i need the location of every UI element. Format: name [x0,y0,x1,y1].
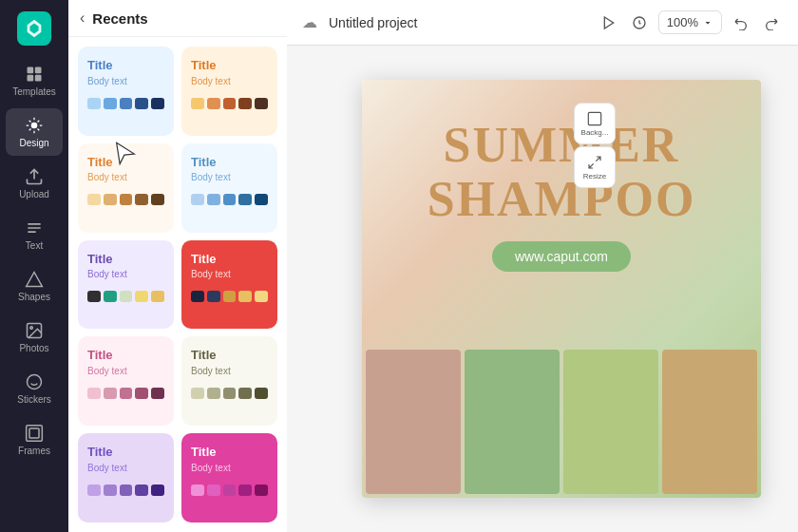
swatch [120,388,133,399]
swatch [151,388,164,399]
swatch [120,98,133,109]
download-button[interactable] [628,11,651,34]
sidebar-item-shapes[interactable]: Shapes [6,262,63,310]
swatch [191,484,204,496]
template-card-7[interactable]: Title Body text [78,336,174,426]
card-3-title: Title [87,155,113,170]
topbar: ☁ Untitled project 100% [287,0,798,46]
card-1-title: Title [87,58,113,73]
grid-cell-3 [563,350,658,494]
swatch [87,291,101,302]
template-card-8[interactable]: Title Body text [181,336,277,426]
swatch [135,194,148,205]
sidebar-item-text-label: Text [26,240,43,251]
sidebar-item-design-label: Design [19,138,48,148]
swatch [120,484,133,496]
zoom-control[interactable]: 100% [658,10,722,34]
swatch [238,98,252,109]
sidebar-item-photos-label: Photos [19,343,48,353]
template-card-10[interactable]: Title Body text [181,433,277,522]
canvas-title-line2: SHAMPOO [428,172,696,226]
sidebar-item-stickers-label: Stickers [17,394,51,405]
svg-rect-2 [28,75,34,82]
redo-button[interactable] [760,11,783,34]
sidebar-item-templates[interactable]: Templates [6,57,63,104]
grid-cell-1 [366,350,461,494]
background-tool-label: Backg... [581,128,609,137]
swatch [223,291,237,302]
template-card-5[interactable]: Title Body text [78,240,174,330]
swatch [135,484,148,496]
main-area: ☁ Untitled project 100% [287,0,798,532]
template-card-1[interactable]: Title Body text [78,47,174,136]
sidebar-item-frames[interactable]: Frames [6,416,63,464]
card-7-body: Body text [87,365,127,377]
swatch [255,194,268,205]
swatch [104,291,117,302]
canvas-content: SUMMER SHAMPOO www.caput.com [428,80,696,272]
swatch [238,291,252,302]
resize-tool[interactable]: Resize [574,146,616,188]
sidebar-item-photos[interactable]: Photos [6,314,63,361]
template-grid: Title Body text Title Body text [68,37,287,532]
svg-rect-15 [588,112,600,124]
template-card-4[interactable]: Title Body text [181,143,277,233]
swatch [223,484,237,496]
card-6-body: Body text [191,268,231,280]
swatch [135,98,148,109]
card-5-title: Title [87,252,113,267]
card-8-title: Title [191,348,217,363]
back-button[interactable]: ‹ [80,10,85,27]
swatch [191,194,204,205]
card-9-body: Body text [87,462,127,474]
template-card-2[interactable]: Title Body text [181,47,277,136]
swatch [207,484,220,496]
svg-rect-12 [29,428,39,438]
template-card-9[interactable]: Title Body text [78,433,174,522]
swatch [87,98,101,109]
background-tool[interactable]: Backg... [574,103,616,144]
swatch [104,484,117,496]
template-card-3[interactable]: Title Body text [78,143,174,233]
swatch [104,388,117,399]
swatch [255,388,268,399]
swatch [151,194,164,205]
app-logo [17,11,51,46]
zoom-value: 100% [667,15,698,29]
undo-button[interactable] [730,11,752,34]
swatch [120,194,133,205]
swatch [255,291,268,302]
swatch [87,388,101,399]
card-2-body: Body text [191,75,231,87]
swatch [255,484,268,496]
svg-point-9 [30,327,32,330]
swatch [207,98,220,109]
svg-rect-0 [28,67,34,74]
grid-cell-4 [662,350,757,494]
card-8-body: Body text [191,365,231,377]
sidebar-item-text[interactable]: Text [6,211,63,258]
swatch [223,98,237,109]
sidebar-item-templates-label: Templates [12,86,56,97]
topbar-controls: 100% [598,10,783,34]
swatch [104,194,117,205]
swatch [191,291,204,302]
sidebar-item-upload[interactable]: Upload [6,160,63,207]
swatch [207,291,220,302]
play-button[interactable] [598,11,620,34]
side-tools: Backg... Resize [574,103,616,188]
canvas-area: Backg... Resize SUMMER SHAMPOO www.caput… [287,46,798,532]
swatch [120,291,133,302]
sidebar-item-stickers[interactable]: Stickers [6,365,63,412]
swatch [151,291,164,302]
project-name[interactable]: Untitled project [329,15,586,30]
template-card-6[interactable]: Title Body text [181,240,277,330]
swatch [207,388,220,399]
swatch [135,388,148,399]
swatch [151,98,164,109]
svg-rect-3 [35,75,42,82]
swatch [223,388,237,399]
card-9-title: Title [87,445,113,460]
sidebar-item-design[interactable]: Design [6,108,63,156]
resize-tool-label: Resize [583,172,606,180]
